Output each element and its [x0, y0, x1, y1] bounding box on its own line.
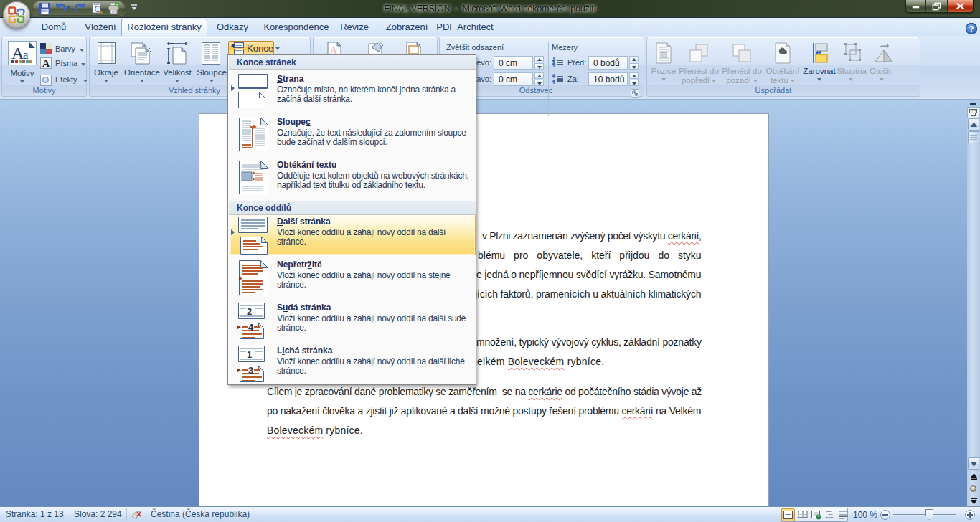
svg-text:3: 3 [248, 365, 253, 376]
svg-text:4: 4 [248, 322, 254, 333]
svg-text:2: 2 [247, 306, 252, 317]
svg-text:A: A [42, 58, 50, 69]
svg-text:a: a [23, 48, 29, 62]
svg-text:1: 1 [247, 349, 252, 360]
